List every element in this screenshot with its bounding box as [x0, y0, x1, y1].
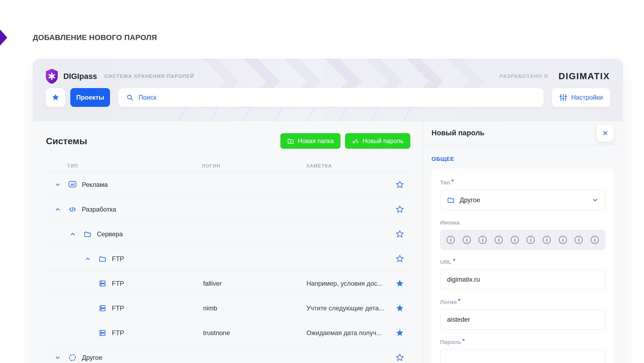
- info-circle-icon[interactable]: [478, 235, 487, 245]
- chevron-up-icon[interactable]: [85, 256, 91, 262]
- favorites-button[interactable]: [46, 88, 65, 107]
- icon-field: Иконка: [440, 219, 605, 250]
- panel-header: Новый пароль: [423, 121, 623, 145]
- star-icon[interactable]: [396, 329, 404, 337]
- systems-actions: Новая папка Новый пароль: [280, 133, 410, 149]
- close-icon: [602, 130, 609, 137]
- info-circle-icon[interactable]: [494, 235, 503, 245]
- star-icon[interactable]: [396, 353, 404, 362]
- column-note: ЗАМЕТКА: [306, 163, 332, 169]
- server-icon: [98, 279, 107, 288]
- password-input[interactable]: [440, 349, 605, 363]
- required-marker: *: [452, 178, 454, 184]
- type-field: Тип* Другое: [440, 179, 605, 210]
- info-circle-icon[interactable]: [510, 235, 519, 245]
- url-input[interactable]: [440, 269, 605, 290]
- url-label: URL*: [440, 259, 605, 265]
- info-circle-icon[interactable]: [526, 235, 535, 245]
- folder-icon: [83, 230, 92, 238]
- search-input[interactable]: [138, 93, 473, 101]
- developed-by-label: РАЗРАБОТАНО В: [499, 73, 548, 79]
- new-password-label: Новый пароль: [363, 137, 404, 145]
- row-label: Разработка: [82, 206, 116, 213]
- table-row[interactable]: FTP trustnone Ожидаемая дата получ...: [33, 321, 423, 345]
- info-circle-icon[interactable]: [574, 235, 583, 245]
- row-note: Например, условия дос...: [306, 280, 395, 287]
- star-icon[interactable]: [396, 180, 404, 189]
- chevron-down-icon[interactable]: [54, 182, 61, 188]
- login-input[interactable]: [440, 309, 605, 330]
- developed-by: РАЗРАБОТАНО В DIGIMATIX: [499, 71, 610, 81]
- code-icon: [68, 205, 76, 213]
- settings-button-label: Настройки: [571, 94, 603, 101]
- star-icon[interactable]: [396, 255, 404, 263]
- brand-name: DIGIpass: [63, 72, 97, 81]
- brand: DIGIpass СИСТЕМА ХРАНЕНИЯ ПАРОЛЕЙ: [46, 69, 194, 84]
- form-card: Тип* Другое: [431, 169, 614, 363]
- chevron-up-icon[interactable]: [69, 231, 76, 237]
- row-label: Реклама: [82, 181, 108, 188]
- star-icon[interactable]: [396, 304, 404, 313]
- star-icon: [52, 93, 60, 101]
- info-circle-icon[interactable]: [542, 235, 551, 245]
- folder-plus-icon: [287, 137, 294, 145]
- table-header: ТИП ЛОГИН ЗАМЕТКА: [33, 162, 423, 172]
- icon-picker[interactable]: [440, 230, 605, 250]
- content: Системы Новая папка: [33, 121, 623, 363]
- projects-button[interactable]: Проекты: [70, 88, 110, 107]
- search-icon: [126, 94, 134, 101]
- row-label: Другое: [82, 354, 102, 361]
- new-folder-label: Новая папка: [298, 137, 334, 145]
- systems-title: Системы: [46, 136, 87, 146]
- chevron-down-icon: [592, 197, 599, 204]
- password-field: Пароль*: [440, 339, 605, 363]
- star-icon[interactable]: [396, 205, 404, 214]
- new-password-button[interactable]: Новый пароль: [345, 133, 410, 149]
- table-row[interactable]: FTP falliver Например, условия дос...: [33, 271, 423, 296]
- toolbar: Проекты Настройки: [33, 88, 623, 107]
- brand-row: DIGIpass СИСТЕМА ХРАНЕНИЯ ПАРОЛЕЙ РАЗРАБ…: [33, 59, 623, 84]
- row-login: trustnone: [203, 329, 230, 337]
- info-circle-icon[interactable]: [590, 235, 599, 245]
- settings-button[interactable]: Настройки: [552, 88, 610, 107]
- star-icon[interactable]: [396, 230, 404, 238]
- chevron-up-icon[interactable]: [54, 206, 61, 213]
- page: ДОБАВЛЕНИЕ НОВОГО ПАРОЛЯ: [0, 0, 644, 363]
- systems-header: Системы Новая папка: [33, 121, 423, 149]
- info-circle-icon[interactable]: [446, 235, 455, 245]
- login-label: Логин*: [440, 299, 605, 305]
- table-row[interactable]: FTP: [33, 246, 423, 271]
- table-row[interactable]: Сервера: [33, 222, 423, 246]
- svg-text:ad: ad: [70, 182, 74, 186]
- app-header: DIGIpass СИСТЕМА ХРАНЕНИЯ ПАРОЛЕЙ РАЗРАБ…: [33, 59, 623, 121]
- table-row[interactable]: FTP nimb Учтите следующие дета...: [33, 296, 423, 321]
- row-login: nimb: [203, 304, 217, 312]
- type-select-value: Другое: [460, 196, 480, 204]
- password-label: Пароль*: [440, 339, 605, 345]
- search-bar[interactable]: [118, 88, 544, 107]
- systems-section: Системы Новая папка: [33, 121, 423, 363]
- row-login: falliver: [203, 280, 222, 287]
- section-label: ОБЩЕЕ: [431, 156, 614, 162]
- required-marker: *: [453, 257, 455, 264]
- row-note: Учтите следующие дета...: [306, 304, 395, 312]
- table-row[interactable]: ad Реклама: [33, 172, 423, 197]
- type-label: Тип*: [440, 179, 605, 186]
- row-label: FTP: [112, 280, 124, 287]
- close-button[interactable]: [597, 125, 614, 142]
- page-title: ДОБАВЛЕНИЕ НОВОГО ПАРОЛЯ: [33, 33, 157, 42]
- developed-by-brand: DIGIMATIX: [559, 71, 610, 81]
- info-circle-icon[interactable]: [462, 235, 471, 245]
- column-login: ЛОГИН: [202, 163, 221, 169]
- login-field: Логин*: [440, 299, 605, 330]
- new-folder-button[interactable]: Новая папка: [280, 133, 341, 149]
- table-row[interactable]: Другое: [33, 345, 423, 363]
- star-icon[interactable]: [396, 279, 404, 288]
- column-type: ТИП: [67, 163, 78, 169]
- panel-title: Новый пароль: [431, 129, 484, 137]
- type-select[interactable]: Другое: [440, 190, 605, 210]
- info-circle-icon[interactable]: [558, 235, 568, 245]
- chevron-down-icon[interactable]: [54, 354, 61, 361]
- panel-body: ОБЩЕЕ Тип* Другое: [423, 145, 623, 363]
- table-row[interactable]: Разработка: [33, 197, 423, 222]
